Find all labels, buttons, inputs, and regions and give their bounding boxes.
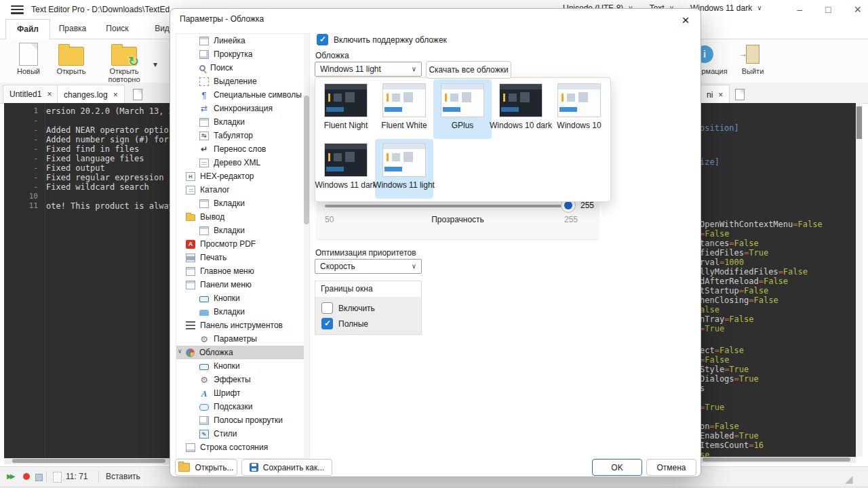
transparency-slider-track[interactable] bbox=[325, 205, 574, 207]
tree-item-Линейка[interactable]: Линейка bbox=[176, 34, 309, 47]
cancel-button[interactable]: Отмена bbox=[646, 459, 696, 476]
scrollbar-thumb[interactable] bbox=[12, 459, 165, 463]
tree-item-Вкладки[interactable]: Вкладки bbox=[176, 115, 309, 129]
editor-line: se bbox=[700, 450, 856, 457]
ribbon-tab-Поиск[interactable]: Поиск bbox=[95, 19, 140, 39]
checkbox[interactable] bbox=[321, 318, 333, 329]
tree-item-Поиск[interactable]: Поиск bbox=[176, 61, 309, 75]
vertical-scrollbar[interactable] bbox=[856, 103, 863, 457]
ribbon-tab-Правка[interactable]: Правка bbox=[50, 19, 95, 39]
tree-item-Полосы прокрутки[interactable]: Полосы прокрутки bbox=[176, 413, 309, 427]
tree-item-Просмотр PDF[interactable]: AПросмотр PDF bbox=[176, 237, 309, 251]
skin-gallery-popup: Fluent NightFluent WhiteGPlusWindows 10 … bbox=[315, 77, 611, 202]
code-equals: = bbox=[715, 346, 719, 355]
skin-option-Windows 10[interactable]: Windows 10 bbox=[550, 79, 608, 139]
document-tab[interactable]: changes.log× bbox=[57, 85, 125, 104]
skin-option-Fluent Night[interactable]: Fluent Night bbox=[317, 79, 375, 139]
insert-mode-indicator[interactable]: Вставить bbox=[106, 472, 140, 481]
tree-item-Шрифт[interactable]: AШрифт bbox=[176, 386, 309, 400]
editor-pane-right[interactable]: osition]ize]OpenWithContextMenu=False=Fa… bbox=[700, 103, 856, 457]
tree-item-Вкладки[interactable]: Вкладки bbox=[176, 305, 309, 319]
toolbar-button[interactable]: Новый bbox=[9, 41, 47, 75]
tree-item-Строка состояния[interactable]: Строка состояния bbox=[176, 441, 309, 454]
tabulator-icon: ↹ bbox=[199, 131, 209, 140]
tree-item-Эффекты[interactable]: ⚙Эффекты bbox=[176, 373, 309, 386]
tree-item-Параметры[interactable]: ⚙Параметры bbox=[176, 332, 309, 346]
skin-option-Windows 10 dark[interactable]: Windows 10 dark bbox=[492, 79, 550, 139]
close-tab-icon[interactable]: × bbox=[113, 90, 118, 100]
editor-line: =False bbox=[700, 355, 856, 365]
editor-line-text: Fixed regular expression bbox=[46, 173, 163, 182]
application-window: Text Editor Pro - D:\Downloads\TextEd Un… bbox=[0, 0, 868, 488]
resize-grip[interactable]: ◢ bbox=[845, 473, 853, 485]
ok-button[interactable]: OK bbox=[592, 459, 642, 476]
priority-dropdown[interactable]: Скорость ∨ bbox=[315, 259, 422, 274]
horizontal-scrollbar[interactable] bbox=[4, 458, 170, 464]
tree-item-Дерево XML[interactable]: Дерево XML bbox=[176, 156, 309, 169]
record-macro-icon[interactable] bbox=[23, 473, 30, 480]
tree-item-Главное меню[interactable]: Главное меню bbox=[176, 264, 309, 278]
checkbox[interactable] bbox=[321, 302, 333, 314]
tree-item-Вкладки[interactable]: Вкладки bbox=[176, 197, 309, 210]
tree-item-Панели меню[interactable]: Панели меню bbox=[176, 278, 309, 291]
scrollbar-thumb[interactable] bbox=[304, 96, 309, 224]
caret-position-icon bbox=[53, 472, 62, 483]
document-tab[interactable]: ni× bbox=[700, 85, 730, 104]
tree-item-Табулятор[interactable]: ↹Табулятор bbox=[176, 129, 309, 142]
skin-option-Windows 11 light[interactable]: Windows 11 light bbox=[375, 139, 433, 199]
open-skin-button[interactable]: Открыть... bbox=[175, 459, 237, 476]
toolbar-button[interactable]: Открыть bbox=[50, 41, 92, 75]
hint-icon bbox=[199, 404, 209, 411]
ribbon-tab-Файл[interactable]: Файл bbox=[5, 19, 50, 40]
download-all-skins-button[interactable]: Скачать все обложки bbox=[426, 61, 511, 79]
checkbox-row[interactable]: Полные bbox=[321, 316, 421, 331]
tree-item-Панель инструментов[interactable]: Панель инструментов bbox=[176, 319, 309, 332]
editor-line-text: Fixed wildcard search bbox=[46, 182, 149, 192]
tree-item-Печать[interactable]: Печать bbox=[176, 251, 309, 264]
tree-item-Обложка[interactable]: ∨Обложка bbox=[176, 346, 309, 359]
tree-item-HEX-редактор[interactable]: HHEX-редактор bbox=[176, 169, 309, 183]
skin-dropdown[interactable]: Windows 11 light ∨ bbox=[315, 62, 422, 77]
dialog-close-icon[interactable]: × bbox=[675, 10, 696, 30]
tree-item-Кнопки[interactable]: Кнопки bbox=[176, 291, 309, 305]
scrollbar-thumb[interactable] bbox=[703, 458, 850, 462]
cancel-label: Отмена bbox=[656, 463, 686, 472]
tree-item-Синхронизация[interactable]: ⇄Синхронизация bbox=[176, 102, 309, 115]
minimize-button[interactable]: – bbox=[797, 5, 802, 14]
skin-option-GPlus[interactable]: GPlus bbox=[433, 79, 492, 139]
titlebar-dropdown[interactable]: Windows 11 dark∨ bbox=[690, 3, 762, 13]
scrollbar-thumb[interactable] bbox=[856, 106, 862, 139]
hamburger-menu-icon[interactable] bbox=[11, 5, 24, 14]
code-key: OpenWithContextMenu bbox=[700, 220, 793, 229]
close-tab-icon[interactable]: × bbox=[718, 90, 723, 100]
code-value: True bbox=[729, 365, 749, 374]
toolbar-button[interactable]: Открыть повторно bbox=[94, 41, 155, 83]
tree-item-Специальные символы[interactable]: ¶Специальные символы bbox=[176, 88, 309, 102]
run-macro-icon[interactable]: ▶▶ bbox=[7, 472, 13, 480]
close-button[interactable]: × bbox=[854, 5, 861, 14]
stop-macro-icon[interactable] bbox=[35, 474, 43, 481]
tree-item-Вкладки[interactable]: Вкладки bbox=[176, 224, 309, 237]
checkbox-row[interactable]: Включить bbox=[321, 300, 421, 316]
document-tab[interactable]: Untitled1× bbox=[3, 85, 58, 103]
maximize-button[interactable]: □ bbox=[825, 5, 831, 14]
tree-item-Перенос слов[interactable]: ↵Перенос слов bbox=[176, 142, 309, 156]
tree-item-Стили[interactable]: ✎Стили bbox=[176, 427, 309, 441]
code-group: OpenWithContextMenu=False=Falsetances=Fa… bbox=[700, 220, 856, 333]
tree-item-Вывод[interactable]: Вывод bbox=[176, 210, 309, 224]
tree-item-Подсказки[interactable]: Подсказки bbox=[176, 400, 309, 413]
new-tab-icon[interactable] bbox=[133, 89, 142, 100]
tree-item-Кнопки[interactable]: Кнопки bbox=[176, 359, 309, 373]
horizontal-scrollbar[interactable] bbox=[700, 457, 856, 463]
skin-option-Fluent White[interactable]: Fluent White bbox=[375, 79, 433, 139]
tree-item-Каталог[interactable]: Каталог bbox=[176, 183, 309, 197]
new-tab-icon[interactable] bbox=[735, 89, 745, 100]
tree-item-Выделение[interactable]: Выделение bbox=[176, 75, 309, 88]
toolbar-button[interactable]: Выйти bbox=[734, 41, 772, 75]
close-tab-icon[interactable]: × bbox=[47, 89, 52, 99]
enable-skins-checkbox[interactable] bbox=[317, 34, 328, 45]
skin-option-Windows 11 dark[interactable]: Windows 11 dark bbox=[317, 139, 375, 199]
save-as-button[interactable]: Сохранить как... bbox=[241, 459, 332, 476]
line-number: 11 bbox=[4, 201, 46, 211]
tree-item-Прокрутка[interactable]: Прокрутка bbox=[176, 47, 309, 61]
